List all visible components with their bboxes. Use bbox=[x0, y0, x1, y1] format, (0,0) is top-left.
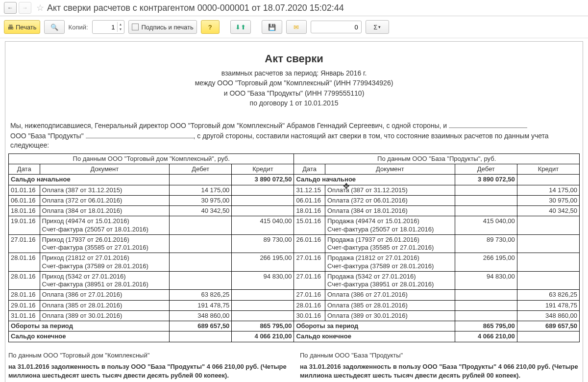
copies-input[interactable] bbox=[93, 24, 117, 31]
doc-subtitle: взаимных расчетов за период: Январь 2016… bbox=[8, 68, 580, 108]
table-row: 31.01.16Оплата (389 от 30.01.2016)348 86… bbox=[9, 310, 580, 321]
help-button[interactable]: ? bbox=[201, 20, 220, 34]
blank-line bbox=[86, 131, 194, 138]
reconciliation-table: По данным ООО "Торговый дом "Комплексный… bbox=[8, 153, 580, 342]
cell: 28.01.16 bbox=[9, 290, 40, 300]
turnover-label: Обороты за период bbox=[294, 321, 455, 331]
cell bbox=[232, 185, 294, 195]
forward-button[interactable]: → bbox=[19, 2, 31, 14]
numeric-input[interactable] bbox=[311, 21, 362, 33]
footer-debt: на 31.01.2016 задолженность в пользу ООО… bbox=[300, 362, 580, 380]
dropdown-icon: ▾ bbox=[378, 25, 381, 29]
end-balance-label: Сальдо конечное bbox=[9, 331, 170, 342]
cell: 63 826,25 bbox=[517, 290, 579, 300]
cell: Оплата (385 от 28.01.2016) bbox=[40, 300, 170, 310]
doc-title: Акт сверки bbox=[8, 52, 580, 65]
col-debit: Дебет bbox=[170, 164, 232, 175]
start-balance-left-credit: 3 890 072,50 bbox=[232, 175, 294, 185]
email-button[interactable]: ✉ bbox=[286, 20, 307, 34]
table-row: 18.01.16Оплата (384 от 18.01.2016)40 342… bbox=[9, 206, 580, 216]
end-balance-left-credit: 4 066 210,00 bbox=[232, 331, 294, 342]
cell: 18.01.16 bbox=[9, 206, 40, 216]
document-paper: Акт сверки взаимных расчетов за период: … bbox=[5, 41, 583, 382]
preamble-text: ООО "База "Продукты" bbox=[10, 132, 86, 140]
cell: Продажа (17937 от 26.01.2016) Счет-факту… bbox=[325, 234, 455, 253]
footer: По данным ООО "Торговый дом "Комплексный… bbox=[8, 351, 580, 382]
table-row: 27.01.16Приход (17937 от 26.01.2016) Сче… bbox=[9, 234, 580, 253]
turnover-left-debit: 689 657,50 bbox=[170, 321, 232, 331]
cell bbox=[455, 206, 517, 216]
cell: 40 342,50 bbox=[517, 206, 579, 216]
cell: Оплата (389 от 30.01.2016) bbox=[325, 310, 455, 321]
cell: Приход (49474 от 15.01.2016) Счет-фактур… bbox=[40, 216, 170, 235]
table-row: 06.01.16Оплата (372 от 06.01.2016)30 975… bbox=[9, 195, 580, 205]
sum-button[interactable]: Σ▾ bbox=[366, 20, 389, 34]
cell bbox=[170, 216, 232, 235]
cell: Оплата (384 от 18.01.2016) bbox=[40, 206, 170, 216]
cell bbox=[517, 331, 579, 342]
question-icon: ? bbox=[208, 24, 212, 31]
cell: 18.01.16 bbox=[294, 206, 325, 216]
cell: 31.01.16 bbox=[9, 310, 40, 321]
sign-toggle[interactable]: Подпись и печать bbox=[128, 20, 197, 34]
cell: 30.01.16 bbox=[294, 310, 325, 321]
cell bbox=[170, 271, 232, 290]
footer-left: По данным ООО "Торговый дом "Комплексный… bbox=[8, 351, 288, 382]
right-source-header: По данным ООО "База "Продукты", руб. bbox=[294, 153, 580, 164]
cell bbox=[517, 216, 579, 235]
col-credit: Кредит bbox=[232, 164, 294, 175]
table-row: 01.01.16Оплата (387 от 31.12.2015)14 175… bbox=[9, 185, 580, 195]
print-button[interactable]: 🖶 Печать bbox=[4, 20, 40, 34]
cell: 94 830,00 bbox=[232, 271, 294, 290]
export-button[interactable]: ⬇︎⬆︎ bbox=[230, 20, 251, 34]
cell: 348 860,00 bbox=[170, 310, 232, 321]
email-icon: ✉ bbox=[294, 24, 299, 31]
cell: 30 975,00 bbox=[517, 195, 579, 205]
cell: 191 478,75 bbox=[170, 300, 232, 310]
copies-spinner[interactable]: ▲ ▼ bbox=[92, 20, 124, 34]
turnover-label: Обороты за период bbox=[9, 321, 170, 331]
cell: Оплата (385 от 28.01.2016) bbox=[325, 300, 455, 310]
cell: 15.01.16 bbox=[294, 216, 325, 235]
cell bbox=[170, 175, 232, 185]
cell: 28.01.16 bbox=[9, 271, 40, 290]
export-icon: ⬇︎⬆︎ bbox=[235, 24, 246, 31]
cell bbox=[517, 234, 579, 253]
start-balance-right-debit: 3 890 072,50 bbox=[455, 175, 517, 185]
spin-down-icon[interactable]: ▼ bbox=[118, 27, 124, 32]
window-title: Акт сверки расчетов с контрагентом 0000-… bbox=[47, 3, 344, 13]
cell: Оплата (386 от 27.01.2016) bbox=[40, 290, 170, 300]
left-source-header: По данным ООО "Торговый дом "Комплексный… bbox=[9, 153, 294, 164]
cell: Оплата (384 от 18.01.2016) bbox=[325, 206, 455, 216]
cell: Приход (17937 от 26.01.2016) Счет-фактур… bbox=[40, 234, 170, 253]
favorite-icon[interactable]: ☆ bbox=[36, 2, 44, 13]
cell: 06.01.16 bbox=[294, 195, 325, 205]
turnover-right-credit: 689 657,50 bbox=[517, 321, 579, 331]
back-button[interactable]: ← bbox=[4, 2, 17, 14]
cell: 27.01.16 bbox=[294, 290, 325, 300]
cell: 26.01.16 bbox=[294, 234, 325, 253]
cell: 27.01.16 bbox=[294, 271, 325, 290]
cell: 63 826,25 bbox=[170, 290, 232, 300]
spin-up-icon[interactable]: ▲ bbox=[118, 22, 124, 27]
col-document: Документ bbox=[40, 164, 170, 175]
cell: Приход (21812 от 27.01.2016) Счет-фактур… bbox=[40, 253, 170, 272]
save-button[interactable]: 💾 bbox=[262, 20, 282, 34]
cell: 415 040,00 bbox=[232, 216, 294, 235]
cell bbox=[455, 300, 517, 310]
col-document: Документ bbox=[325, 164, 455, 175]
col-credit: Кредит bbox=[517, 164, 579, 175]
cell: Оплата (372 от 06.01.2016) bbox=[40, 195, 170, 205]
print-label: Печать bbox=[16, 24, 37, 31]
cell: 266 195,00 bbox=[232, 253, 294, 272]
cell: 27.01.16 bbox=[294, 253, 325, 272]
preview-button[interactable]: 🔍 bbox=[44, 20, 65, 34]
turnover-left-credit: 865 795,00 bbox=[232, 321, 294, 331]
cell bbox=[232, 300, 294, 310]
cell: 14 175,00 bbox=[170, 185, 232, 195]
cell bbox=[455, 185, 517, 195]
cell: Оплата (372 от 06.01.2016) bbox=[325, 195, 455, 205]
cell: 31.12.15 bbox=[294, 185, 325, 195]
end-balance-label: Сальдо конечное bbox=[294, 331, 455, 342]
footer-right: По данным ООО "База "Продукты" на 31.01.… bbox=[300, 351, 580, 382]
